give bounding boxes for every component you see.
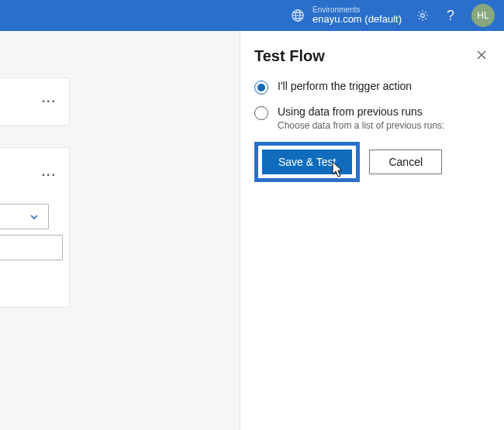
close-button[interactable] bbox=[473, 46, 490, 66]
text-field[interactable] bbox=[0, 235, 63, 260]
avatar[interactable]: HL bbox=[471, 4, 495, 27]
cancel-button[interactable]: Cancel bbox=[369, 150, 442, 174]
globe-icon bbox=[291, 9, 305, 22]
environment-value: enayu.com (default) bbox=[312, 14, 402, 25]
environment-picker[interactable]: Environments enayu.com (default) bbox=[291, 5, 402, 25]
help-icon[interactable]: ? bbox=[444, 9, 457, 22]
save-and-test-button[interactable]: Save & Test bbox=[262, 150, 352, 174]
svg-point-2 bbox=[421, 14, 425, 18]
radio-indicator bbox=[254, 106, 268, 120]
settings-icon[interactable] bbox=[416, 9, 430, 22]
panel-button-row: Save & Test Cancel bbox=[254, 142, 490, 182]
chevron-down-icon bbox=[29, 212, 39, 222]
trigger-mode-radio-group: I'll perform the trigger action Using da… bbox=[254, 80, 490, 131]
radio-option-previous-runs[interactable]: Using data from previous runs Choose dat… bbox=[254, 105, 490, 131]
environment-text: Environments enayu.com (default) bbox=[312, 5, 402, 25]
radio-sublabel: Choose data from a list of previous runs… bbox=[278, 120, 444, 131]
app-header: Environments enayu.com (default) ? HL bbox=[0, 0, 504, 31]
more-icon[interactable]: ··· bbox=[42, 95, 57, 108]
environment-label: Environments bbox=[312, 5, 402, 14]
flow-step-card[interactable]: ··· bbox=[0, 77, 70, 126]
panel-title: Test Flow bbox=[254, 47, 325, 65]
more-icon[interactable]: ··· bbox=[42, 168, 57, 182]
flow-canvas: ··· ··· bbox=[0, 31, 240, 430]
flow-step-card[interactable]: ··· bbox=[0, 147, 70, 308]
radio-label: I'll perform the trigger action bbox=[278, 80, 412, 92]
test-flow-panel: Test Flow I'll perform the trigger actio… bbox=[240, 31, 504, 430]
radio-indicator bbox=[254, 81, 268, 95]
close-icon bbox=[476, 50, 487, 60]
radio-label: Using data from previous runs bbox=[278, 105, 444, 118]
dropdown-field[interactable] bbox=[0, 204, 49, 229]
tutorial-highlight: Save & Test bbox=[254, 142, 360, 182]
radio-option-manual[interactable]: I'll perform the trigger action bbox=[254, 80, 490, 95]
